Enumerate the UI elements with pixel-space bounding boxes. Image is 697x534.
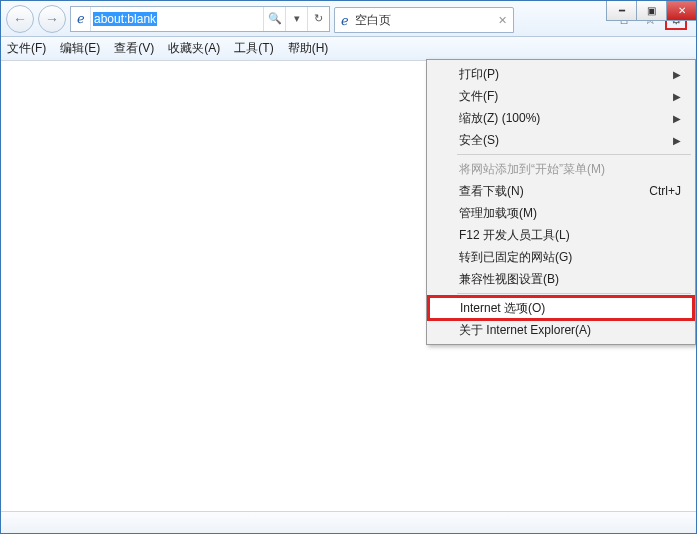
menu-item-add-to-start: 将网站添加到“开始”菜单(M): [429, 158, 693, 180]
address-input[interactable]: about:blank: [91, 12, 263, 26]
forward-button[interactable]: →: [38, 5, 66, 33]
menu-bar: 文件(F) 编辑(E) 查看(V) 收藏夹(A) 工具(T) 帮助(H): [1, 37, 696, 61]
menu-item-manage-addons[interactable]: 管理加载项(M): [429, 202, 693, 224]
menu-item-goto-pinned[interactable]: 转到已固定的网站(G): [429, 246, 693, 268]
back-button[interactable]: ←: [6, 5, 34, 33]
menu-help[interactable]: 帮助(H): [288, 40, 329, 57]
close-window-button[interactable]: ✕: [666, 1, 696, 21]
status-bar: [1, 511, 696, 533]
page-content: 打印(P)▶ 文件(F)▶ 缩放(Z) (100%)▶ 安全(S)▶ 将网站添加…: [1, 61, 696, 511]
menu-item-compat-view[interactable]: 兼容性视图设置(B): [429, 268, 693, 290]
tab-blank[interactable]: ℯ 空白页 ✕: [334, 7, 514, 33]
dash-icon: ━: [619, 5, 625, 16]
maximize-button[interactable]: ▣: [636, 1, 666, 21]
menu-tools[interactable]: 工具(T): [234, 40, 273, 57]
menu-favorites[interactable]: 收藏夹(A): [168, 40, 220, 57]
arrow-left-icon: ←: [13, 11, 27, 27]
minimize-button[interactable]: ━: [606, 1, 636, 21]
square-icon: ▣: [647, 5, 656, 16]
chevron-right-icon: ▶: [673, 135, 681, 146]
chevron-right-icon: ▶: [673, 113, 681, 124]
menu-item-safety[interactable]: 安全(S)▶: [429, 129, 693, 151]
ie-icon: ℯ: [341, 13, 349, 28]
refresh-button[interactable]: ↻: [307, 7, 329, 31]
tools-dropdown: 打印(P)▶ 文件(F)▶ 缩放(Z) (100%)▶ 安全(S)▶ 将网站添加…: [426, 59, 696, 345]
separator: [457, 154, 691, 155]
menu-edit[interactable]: 编辑(E): [60, 40, 100, 57]
menu-item-zoom[interactable]: 缩放(Z) (100%)▶: [429, 107, 693, 129]
menu-item-internet-options[interactable]: Internet 选项(O): [429, 297, 693, 319]
separator: [457, 293, 691, 294]
close-icon: ✕: [678, 5, 686, 16]
menu-item-print[interactable]: 打印(P)▶: [429, 63, 693, 85]
menu-view[interactable]: 查看(V): [114, 40, 154, 57]
ie-icon: ℯ: [71, 7, 91, 31]
address-bar[interactable]: ℯ about:blank 🔍 ▾ ↻: [70, 6, 330, 32]
chevron-right-icon: ▶: [673, 69, 681, 80]
close-tab-button[interactable]: ✕: [498, 14, 507, 27]
dropdown-icon[interactable]: ▾: [285, 7, 307, 31]
menu-file[interactable]: 文件(F): [7, 40, 46, 57]
arrow-right-icon: →: [45, 11, 59, 27]
tab-title: 空白页: [355, 12, 492, 29]
menu-item-about-ie[interactable]: 关于 Internet Explorer(A): [429, 319, 693, 341]
chevron-right-icon: ▶: [673, 91, 681, 102]
menu-item-view-downloads[interactable]: 查看下载(N)Ctrl+J: [429, 180, 693, 202]
menu-item-file[interactable]: 文件(F)▶: [429, 85, 693, 107]
menu-item-f12-devtools[interactable]: F12 开发人员工具(L): [429, 224, 693, 246]
search-icon[interactable]: 🔍: [263, 7, 285, 31]
